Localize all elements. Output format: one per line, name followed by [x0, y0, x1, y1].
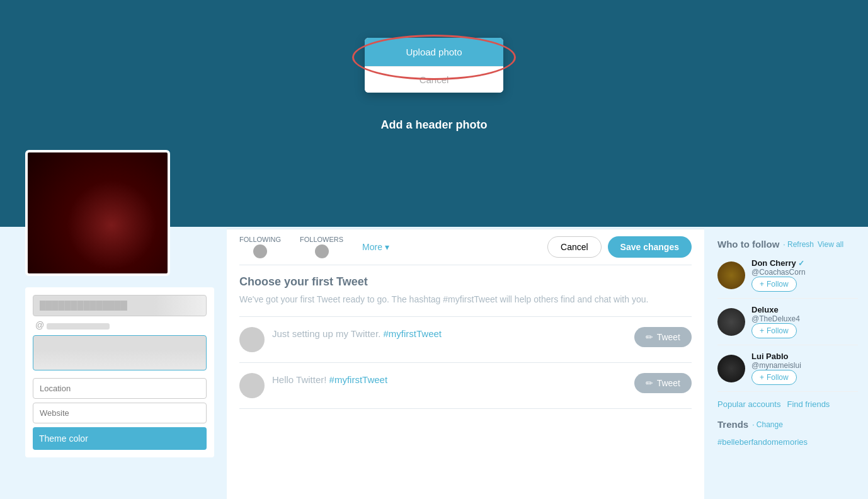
follow-button-deluxe[interactable]: + Follow	[751, 323, 797, 338]
at-symbol: @	[35, 320, 44, 330]
location-input[interactable]	[33, 378, 207, 399]
profile-avatar	[25, 150, 170, 276]
lui-pablo-info: Lui Pablo @mynameislui + Follow	[751, 352, 858, 385]
follow-icon-don: +	[760, 280, 764, 289]
website-input[interactable]	[33, 403, 207, 423]
tweet-text-2: Hello Twitter! #myfirstTweet	[272, 373, 627, 387]
tweet-button-1[interactable]: ✏ Tweet	[634, 327, 692, 347]
follow-icon-deluxe: +	[760, 326, 764, 335]
display-name-input[interactable]	[33, 295, 207, 316]
header-photo-dropdown: Upload photo Cancel	[365, 38, 503, 93]
upload-photo-button[interactable]: Upload photo	[365, 38, 503, 66]
deluxe-avatar	[717, 308, 745, 336]
following-avatar	[253, 244, 267, 258]
deluxe-info: Deluxe @TheDeluxe4 + Follow	[751, 305, 858, 338]
follow-item-deluxe: Deluxe @TheDeluxe4 + Follow	[717, 299, 858, 345]
dropdown-cancel-button[interactable]: Cancel	[365, 66, 503, 93]
follow-button-lui[interactable]: + Follow	[751, 370, 797, 385]
don-cherry-info: Don Cherry ✓ @CoachasCorn + Follow	[751, 258, 858, 292]
profile-edit-sidebar: @ Theme color	[25, 287, 214, 457]
tweet-icon-2: ✏	[646, 378, 653, 388]
who-to-follow-header: Who to follow · Refresh View all	[717, 239, 858, 250]
refresh-link[interactable]: · Refresh	[783, 240, 814, 249]
save-changes-button[interactable]: Save changes	[608, 236, 692, 258]
tweet-button-2[interactable]: ✏ Tweet	[634, 373, 692, 393]
user-handle: @	[33, 320, 207, 330]
profile-actions-bar: FOLLOWING FOLLOWERS More ▾ Cancel Save c…	[239, 229, 692, 265]
follow-button-don[interactable]: + Follow	[751, 277, 797, 292]
cancel-button[interactable]: Cancel	[547, 236, 602, 258]
tweet-text-1: Just setting up my Twitter. #myfirstTwee…	[272, 327, 627, 341]
bio-textarea[interactable]	[33, 335, 207, 370]
theme-color-button[interactable]: Theme color	[33, 427, 207, 450]
view-all-link[interactable]: View all	[818, 240, 843, 249]
tweet-avatar-2	[239, 373, 265, 398]
first-tweet-desc: We've got your first Tweet ready to go. …	[239, 294, 692, 306]
followers-count: FOLLOWERS	[300, 236, 343, 258]
more-button[interactable]: More ▾	[362, 242, 389, 252]
tweet-body-2: Hello Twitter! #myfirstTweet	[272, 373, 627, 387]
following-count: FOLLOWING	[239, 236, 281, 258]
follow-item-lui: Lui Pablo @mynameislui + Follow	[717, 345, 858, 392]
popular-links: Popular accounts Find friends	[717, 399, 858, 409]
find-friends-link[interactable]: Find friends	[787, 399, 830, 409]
don-cherry-avatar	[717, 261, 745, 289]
change-trends-link[interactable]: · Change	[752, 420, 783, 429]
tweet-item-1: Just setting up my Twitter. #myfirstTwee…	[239, 317, 692, 363]
trends-header: Trends · Change	[717, 419, 858, 430]
lui-pablo-avatar	[717, 355, 745, 382]
right-sidebar: Who to follow · Refresh View all Don Che…	[707, 229, 868, 459]
popular-accounts-link[interactable]: Popular accounts	[717, 399, 780, 409]
add-header-label: Add a header photo	[380, 118, 487, 132]
tweet-icon-1: ✏	[646, 332, 653, 342]
chevron-down-icon: ▾	[385, 242, 389, 252]
trends-section: Trends · Change #belleberfandomemories	[717, 419, 858, 449]
tweet-body-1: Just setting up my Twitter. #myfirstTwee…	[272, 327, 627, 341]
verified-icon-don: ✓	[798, 259, 804, 268]
first-tweet-title: Choose your first Tweet	[239, 275, 692, 289]
followers-avatar	[315, 244, 329, 258]
follow-icon-lui: +	[760, 373, 764, 382]
follow-item-don: Don Cherry ✓ @CoachasCorn + Follow	[717, 252, 858, 299]
trend-item-1[interactable]: #belleberfandomemories	[717, 435, 858, 449]
tweet-item-2: Hello Twitter! #myfirstTweet ✏ Tweet	[239, 363, 692, 409]
main-content: FOLLOWING FOLLOWERS More ▾ Cancel Save c…	[227, 229, 704, 499]
tweet-avatar-1	[239, 327, 265, 352]
first-tweet-section: Choose your first Tweet We've got your f…	[239, 265, 692, 317]
